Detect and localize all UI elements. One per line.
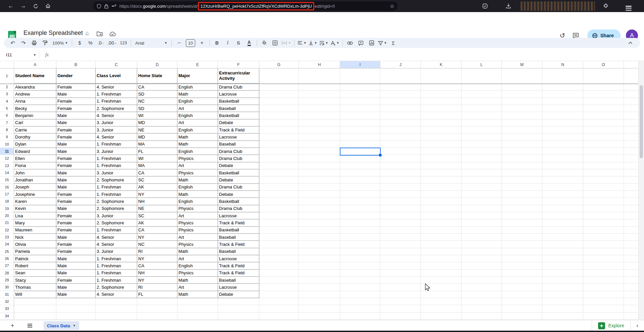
cell-E16[interactable]: English (177, 184, 218, 191)
cell-D3[interactable]: SD (137, 91, 177, 98)
cell-L2[interactable] (462, 84, 502, 91)
cell-G15[interactable] (259, 176, 299, 183)
cell-K33[interactable] (421, 305, 462, 312)
cell-M15[interactable] (502, 176, 542, 183)
cell-D19[interactable]: NE (137, 205, 177, 212)
cell-M18[interactable] (502, 198, 542, 205)
cell-L21[interactable] (462, 219, 502, 226)
cell-C25[interactable]: 3. Junior (96, 248, 137, 255)
cell-N8[interactable] (542, 126, 583, 133)
cell-F10[interactable]: Baseball (218, 141, 259, 148)
cell-L18[interactable] (462, 198, 502, 205)
cell-N10[interactable] (542, 141, 583, 148)
cell-F21[interactable]: Track & Field (218, 219, 259, 226)
cell-H21[interactable] (299, 219, 340, 226)
print-button[interactable] (30, 39, 39, 47)
cell-L24[interactable] (462, 241, 502, 248)
cell-N26[interactable] (542, 255, 583, 262)
add-sheet-button[interactable]: + (7, 321, 17, 330)
cell-J27[interactable] (380, 262, 421, 269)
cell-I1[interactable] (340, 68, 380, 84)
cell-B28[interactable]: Male (56, 270, 96, 277)
column-header-partial[interactable] (624, 61, 639, 68)
functions-button[interactable]: Σ (389, 39, 398, 47)
cell-J12[interactable] (380, 155, 421, 162)
cell-P18[interactable] (624, 198, 639, 205)
cell-A32[interactable] (14, 298, 56, 305)
cell-I23[interactable] (340, 234, 380, 241)
cell-P2[interactable] (624, 84, 639, 91)
cell-K19[interactable] (421, 205, 462, 212)
cell-M20[interactable] (502, 212, 542, 219)
cell-F27[interactable]: Track & Field (218, 262, 259, 269)
cell-E5[interactable]: Art (177, 105, 218, 112)
cell-E15[interactable]: Math (177, 176, 218, 183)
cell-I5[interactable] (340, 105, 380, 112)
cell-I26[interactable] (340, 255, 380, 262)
font-size-input[interactable]: 10 (186, 39, 195, 47)
column-header-E[interactable]: E (177, 61, 218, 68)
merge-cells-button[interactable]: ▼ (281, 39, 291, 47)
cell-D28[interactable]: NH (137, 270, 177, 277)
cell-K12[interactable] (421, 155, 462, 162)
cell-A23[interactable]: Nick (14, 234, 56, 241)
row-header-24[interactable]: 24 (0, 241, 14, 248)
cell-B2[interactable]: Female (56, 84, 96, 91)
cell-H19[interactable] (299, 205, 340, 212)
cell-K7[interactable] (421, 119, 462, 126)
row-header-5[interactable]: 5 (0, 105, 14, 112)
cell-D7[interactable]: MD (137, 119, 177, 126)
cell-E24[interactable]: Physics (177, 241, 218, 248)
cell-H1[interactable] (299, 68, 340, 84)
cell-L7[interactable] (462, 119, 502, 126)
cell-A3[interactable]: Andrew (14, 91, 56, 98)
cell-E14[interactable]: Physics (177, 169, 218, 176)
cell-I31[interactable] (340, 291, 380, 298)
cell-H29[interactable] (299, 277, 340, 284)
cell-I9[interactable] (340, 133, 380, 141)
cell-K26[interactable] (421, 255, 462, 262)
cell-D8[interactable]: NE (137, 126, 177, 133)
cell-K28[interactable] (421, 270, 462, 277)
cell-C17[interactable]: 1. Freshman (96, 191, 137, 198)
cell-J13[interactable] (380, 162, 421, 169)
cell-K13[interactable] (421, 162, 462, 169)
cell-J24[interactable] (380, 241, 421, 248)
cell-D1[interactable]: Home State (137, 68, 177, 84)
cell-N13[interactable] (542, 162, 583, 169)
cell-O11[interactable] (583, 148, 624, 155)
cell-J10[interactable] (380, 141, 421, 148)
cell-M28[interactable] (502, 270, 542, 277)
cell-B24[interactable]: Female (56, 241, 96, 248)
cell-O6[interactable] (583, 112, 624, 119)
cell-J7[interactable] (380, 119, 421, 126)
cell-E30[interactable]: Art (177, 284, 218, 291)
cell-J30[interactable] (380, 284, 421, 291)
cell-E6[interactable]: English (177, 112, 218, 119)
cell-N32[interactable] (542, 298, 583, 305)
cell-N25[interactable] (542, 248, 583, 255)
cell-L27[interactable] (462, 262, 502, 269)
cell-M3[interactable] (502, 91, 542, 98)
cell-K27[interactable] (421, 262, 462, 269)
cell-K5[interactable] (421, 105, 462, 112)
cell-G19[interactable] (259, 205, 299, 212)
cell-O27[interactable] (583, 262, 624, 269)
cell-M4[interactable] (502, 98, 542, 105)
cell-L1[interactable] (462, 68, 502, 84)
cell-C4[interactable]: 1. Freshman (96, 98, 137, 105)
cell-C21[interactable]: 2. Sophomore (96, 219, 137, 226)
cell-M19[interactable] (502, 205, 542, 212)
cell-K29[interactable] (421, 277, 462, 284)
cell-F16[interactable]: Drama Club (218, 184, 259, 191)
cell-F25[interactable]: Baseball (218, 248, 259, 255)
cell-G31[interactable] (259, 291, 299, 298)
cell-L16[interactable] (462, 184, 502, 191)
row-header-2[interactable]: 2 (0, 84, 14, 91)
row-header-33[interactable]: 33 (0, 305, 14, 312)
cell-C19[interactable]: 2. Sophomore (96, 205, 137, 212)
cell-P34[interactable] (624, 313, 639, 320)
create-filter-button[interactable]: ▼ (378, 39, 387, 47)
cell-B12[interactable]: Female (56, 155, 96, 162)
decrease-decimal-button[interactable]: .0← (97, 39, 105, 47)
